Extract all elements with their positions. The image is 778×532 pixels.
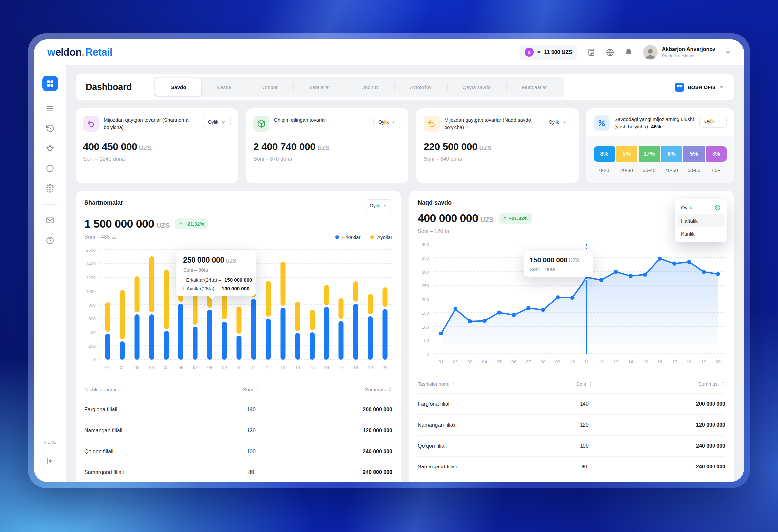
sidebar-item-settings[interactable] — [46, 184, 54, 193]
table-row[interactable]: Samarqand filiali 80 240 000 000 — [417, 456, 725, 477]
data-point-04[interactable] — [482, 318, 486, 322]
logo[interactable]: weldon.Retail — [47, 46, 112, 58]
bar-erkaklar-14[interactable] — [295, 333, 300, 360]
tab-avtoto-lov[interactable]: Avtoto’lov — [394, 78, 447, 96]
calculator-icon[interactable] — [587, 48, 596, 57]
tab-qayta-savdo[interactable]: Qayta savdo — [447, 78, 507, 96]
data-point-02[interactable] — [454, 307, 458, 311]
data-point-17[interactable] — [672, 262, 676, 266]
bar-erkaklar-08[interactable] — [208, 310, 213, 360]
bar-ayollar-02[interactable] — [120, 290, 125, 340]
column-header-summasi[interactable]: Summasi — [623, 381, 725, 387]
bar-erkaklar-09[interactable] — [222, 321, 227, 360]
bar-erkaklar-18[interactable] — [354, 304, 359, 360]
bar-erkaklar-02[interactable] — [120, 341, 125, 360]
bar-erkaklar-06[interactable] — [178, 304, 183, 360]
table-row[interactable]: Samarqand filiali 80 240 000 000 — [84, 462, 392, 482]
data-point-03[interactable] — [468, 319, 472, 323]
bar-ayollar-15[interactable] — [310, 310, 315, 330]
bar-ayollar-09[interactable] — [222, 294, 227, 319]
column-header-soni[interactable]: Soni — [546, 381, 623, 387]
bar-erkaklar-03[interactable] — [134, 314, 139, 360]
stat-period-select[interactable]: Oylik — [699, 115, 727, 128]
bar-ayollar-03[interactable] — [134, 276, 139, 312]
tab-xarajatlar[interactable]: Xarajatlar — [293, 78, 346, 96]
bar-ayollar-05[interactable] — [164, 270, 169, 329]
data-point-18[interactable] — [687, 260, 691, 264]
data-point-13[interactable] — [614, 270, 618, 274]
bar-erkaklar-04[interactable] — [149, 314, 154, 360]
bar-ayollar-16[interactable] — [324, 285, 329, 305]
sidebar-item-history[interactable] — [46, 124, 54, 133]
column-header-soni[interactable]: Soni — [213, 387, 290, 392]
bar-erkaklar-10[interactable] — [237, 336, 242, 360]
bar-ayollar-01[interactable] — [105, 302, 110, 332]
dropdown-option-oylik[interactable]: Oylik — [677, 201, 725, 215]
bar-ayollar-10[interactable] — [237, 307, 242, 333]
table-row[interactable]: Qo’qon filiali 100 240 000 000 — [84, 441, 392, 462]
data-point-19[interactable] — [702, 270, 705, 274]
bar-ayollar-17[interactable] — [339, 298, 344, 319]
table-row[interactable]: Qo’qon filiali 100 240 000 000 — [417, 435, 725, 456]
bar-ayollar-19[interactable] — [368, 294, 373, 314]
table-row[interactable]: Namangan filiali 120 120 000 000 — [84, 420, 392, 441]
data-point-12[interactable] — [600, 278, 604, 282]
sidebar-item-info[interactable] — [46, 164, 54, 172]
bar-ayollar-14[interactable] — [295, 302, 300, 331]
sidebar-item-mail[interactable] — [46, 216, 54, 225]
user-profile[interactable]: Akbarjon Anvarjonov Product designer — [643, 45, 715, 60]
bar-erkaklar-15[interactable] — [310, 332, 315, 360]
bar-erkaklar-05[interactable] — [164, 331, 169, 360]
tab-kassa[interactable]: Kassa — [202, 78, 247, 96]
data-point-06[interactable] — [512, 313, 516, 317]
data-point-16[interactable] — [657, 257, 662, 261]
bar-erkaklar-07[interactable] — [193, 326, 198, 360]
dropdown-option-haftalik[interactable]: Haftalik — [677, 215, 725, 227]
column-header-tashkilot[interactable]: Tashkilot nomi — [84, 387, 213, 392]
dropdown-option-kunlik[interactable]: Kunlik — [677, 227, 725, 240]
tab-undiruv[interactable]: Undiruv — [346, 78, 394, 96]
tab-ombor[interactable]: Ombor — [247, 78, 293, 96]
bar-erkaklar-01[interactable] — [105, 334, 110, 360]
data-point-14[interactable] — [629, 274, 633, 278]
bar-erkaklar-13[interactable] — [280, 308, 285, 360]
stat-period-select[interactable]: Oylik — [373, 116, 401, 128]
sidebar-item-dashboard-grid[interactable] — [42, 76, 58, 91]
column-header-tashkilot[interactable]: Tashkilot nomi — [417, 381, 546, 387]
office-selector[interactable]: BOSH OFIS — [675, 83, 724, 92]
stat-period-select[interactable]: Oylik — [544, 116, 571, 128]
sidebar-item-menu[interactable] — [46, 104, 54, 113]
table-row[interactable]: Farg’ona filiali 140 200 000 000 — [417, 393, 725, 414]
bar-plot[interactable]: 250 000 000UZS Soni – 80ta Erkaklar(24ta… — [100, 250, 392, 360]
stat-period-select[interactable]: Oylik — [203, 116, 231, 128]
data-point-09[interactable] — [556, 295, 559, 299]
bar-erkaklar-11[interactable] — [251, 299, 256, 360]
table-row[interactable]: Namangan filiali 120 120 000 000 — [417, 414, 725, 435]
table-row[interactable]: Farg’ona filiali 140 200 000 000 — [84, 399, 392, 420]
data-point-10[interactable] — [570, 296, 574, 300]
globe-icon[interactable] — [606, 48, 614, 57]
bar-ayollar-04[interactable] — [149, 256, 154, 312]
contracts-period-select[interactable]: Oylik — [365, 200, 392, 212]
tab-murojaatlar[interactable]: Murojaatlar — [507, 78, 562, 96]
bar-ayollar-12[interactable] — [266, 281, 270, 316]
bar-erkaklar-19[interactable] — [368, 316, 373, 360]
chevron-down-icon[interactable] — [725, 50, 731, 55]
currency-rate-chip[interactable]: $ = 11 500 UZS — [520, 45, 577, 60]
bar-ayollar-07[interactable] — [193, 294, 198, 324]
bar-ayollar-18[interactable] — [354, 281, 359, 302]
column-header-summasi[interactable]: Summasi — [290, 387, 392, 392]
bell-icon[interactable] — [624, 48, 633, 57]
data-point-01[interactable] — [439, 331, 443, 335]
data-point-20[interactable] — [716, 272, 720, 276]
sidebar-item-star[interactable] — [46, 144, 54, 153]
tab-savdo[interactable]: Savdo — [155, 78, 202, 96]
data-point-05[interactable] — [497, 310, 501, 314]
data-point-08[interactable] — [541, 308, 545, 312]
bar-ayollar-13[interactable] — [280, 262, 285, 306]
sidebar-item-help[interactable] — [46, 236, 54, 245]
line-plot[interactable]: 150 000 000UZS Soni – 80ta 0501001502002… — [434, 244, 725, 354]
data-point-15[interactable] — [643, 273, 647, 277]
sidebar-collapse-button[interactable] — [46, 457, 54, 465]
bar-erkaklar-17[interactable] — [339, 321, 344, 360]
